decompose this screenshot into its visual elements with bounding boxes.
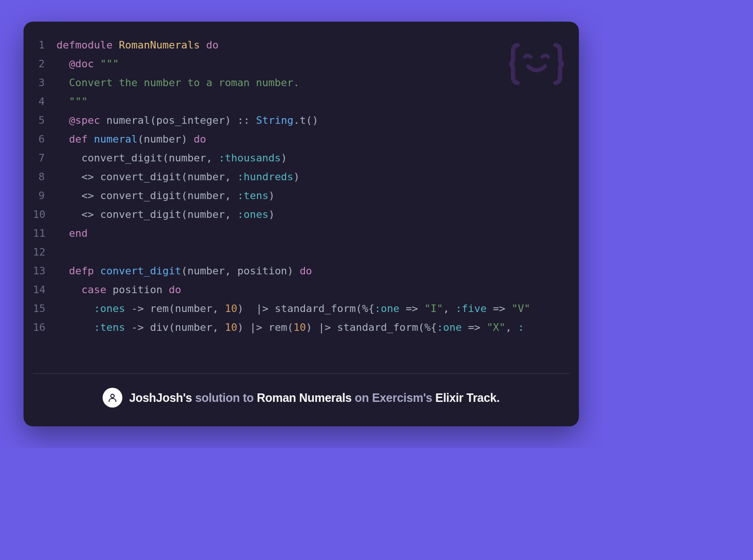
line-number: 16 xyxy=(33,318,56,337)
line-number: 8 xyxy=(33,168,56,186)
code-line: 4 """ xyxy=(33,92,569,111)
attribution-footer: JoshJosh's solution to Roman Numerals on… xyxy=(24,374,579,426)
line-number: 13 xyxy=(33,262,56,280)
code-line: 5 @spec numeral(pos_integer) :: String.t… xyxy=(33,111,569,130)
attribution-mid2: on Exercism's xyxy=(352,391,435,404)
line-number: 3 xyxy=(33,73,56,92)
attribution-text: JoshJosh's solution to Roman Numerals on… xyxy=(129,391,499,405)
username: JoshJosh's xyxy=(129,391,192,404)
code-line: 14 case position do xyxy=(33,280,569,299)
line-content: """ xyxy=(56,92,88,111)
code-line: 16 :tens -> div(number, 10) |> rem(10) |… xyxy=(33,318,569,337)
line-content: end xyxy=(56,224,88,243)
line-number: 15 xyxy=(33,299,56,318)
line-content: :tens -> div(number, 10) |> rem(10) |> s… xyxy=(56,318,524,337)
line-content: :ones -> rem(number, 10) |> standard_for… xyxy=(56,299,530,318)
code-line: 9 <> convert_digit(number, :tens) xyxy=(33,186,569,205)
code-line: 6 def numeral(number) do xyxy=(33,130,569,149)
line-number: 1 xyxy=(33,36,56,55)
line-content: @doc """ xyxy=(56,55,119,73)
line-content: <> convert_digit(number, :tens) xyxy=(56,186,275,205)
line-number: 11 xyxy=(33,224,56,243)
exercism-logo-icon xyxy=(508,36,565,92)
line-content: def numeral(number) do xyxy=(56,130,206,149)
line-content: <> convert_digit(number, :hundreds) xyxy=(56,168,300,186)
code-line: 10 <> convert_digit(number, :ones) xyxy=(33,205,569,224)
line-content: @spec numeral(pos_integer) :: String.t() xyxy=(56,111,318,130)
code-line: 1defmodule RomanNumerals do xyxy=(33,36,569,55)
svg-point-0 xyxy=(111,394,114,398)
line-number: 5 xyxy=(33,111,56,130)
code-line: 12 xyxy=(33,243,569,262)
line-content: convert_digit(number, :thousands) xyxy=(56,149,287,168)
line-number: 6 xyxy=(33,130,56,149)
line-number: 9 xyxy=(33,186,56,205)
code-line: 15 :ones -> rem(number, 10) |> standard_… xyxy=(33,299,569,318)
line-content: defmodule RomanNumerals do xyxy=(56,36,218,55)
attribution-mid1: solution to xyxy=(192,391,257,404)
track-name: Elixir Track. xyxy=(435,391,499,404)
code-line: 3 Convert the number to a roman number. xyxy=(33,73,569,92)
line-content: Convert the number to a roman number. xyxy=(56,73,300,92)
code-card: 1defmodule RomanNumerals do2 @doc """3 C… xyxy=(24,22,579,426)
line-number: 12 xyxy=(33,243,56,262)
exercise-name: Roman Numerals xyxy=(257,391,352,404)
line-content: <> convert_digit(number, :ones) xyxy=(56,205,275,224)
code-line: 8 <> convert_digit(number, :hundreds) xyxy=(33,168,569,186)
code-line: 2 @doc """ xyxy=(33,55,569,73)
line-number: 14 xyxy=(33,280,56,299)
line-number: 2 xyxy=(33,55,56,73)
code-editor: 1defmodule RomanNumerals do2 @doc """3 C… xyxy=(24,22,579,373)
line-number: 4 xyxy=(33,92,56,111)
code-line: 11 end xyxy=(33,224,569,243)
code-line: 13 defp convert_digit(number, position) … xyxy=(33,262,569,280)
line-content: defp convert_digit(number, position) do xyxy=(56,262,312,280)
line-content: case position do xyxy=(56,280,181,299)
user-avatar-icon xyxy=(103,388,122,408)
line-number: 7 xyxy=(33,149,56,168)
code-line: 7 convert_digit(number, :thousands) xyxy=(33,149,569,168)
line-number: 10 xyxy=(33,205,56,224)
